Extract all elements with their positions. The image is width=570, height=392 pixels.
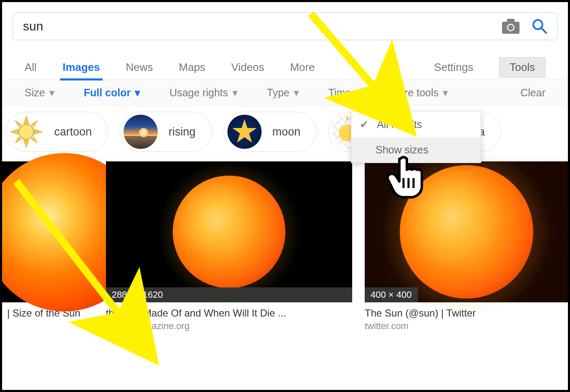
filter-time[interactable]: Time▾ [328, 87, 361, 99]
svg-marker-7 [232, 119, 257, 143]
search-tabs: All Images News Maps Videos More Setting… [2, 55, 568, 80]
tab-all[interactable]: All [25, 61, 37, 74]
result-card[interactable]: | Size of the Sun [1, 161, 93, 332]
chip-label: cartoon [54, 126, 92, 138]
result-title: the Sun Made Of and When Will It Die ... [106, 307, 352, 319]
svg-point-3 [508, 25, 514, 30]
chip-cartoon[interactable]: cartoon [5, 112, 108, 152]
search-bar [13, 13, 557, 40]
chevron-down-icon: ▾ [49, 87, 55, 99]
filter-clear[interactable]: Clear [520, 87, 545, 99]
svg-point-6 [19, 124, 34, 139]
chevron-down-icon: ▾ [232, 87, 238, 99]
image-results: | Size of the Sun 2880 × 1620 the Sun Ma… [2, 158, 568, 332]
search-icon[interactable] [531, 18, 548, 35]
filter-usage-rights[interactable]: Usage rights▾ [169, 87, 237, 99]
more-tools-all-results[interactable]: ✔ All results [351, 112, 481, 137]
chevron-down-icon: ▾ [135, 87, 140, 99]
result-size-label: 400 × 400 [365, 287, 418, 302]
camera-icon[interactable] [502, 19, 520, 34]
result-card[interactable]: 2880 × 1620 the Sun Made Of and When Wil… [106, 161, 352, 332]
chip-thumb [227, 115, 262, 149]
result-card[interactable]: 400 × 400 The Sun (@sun) | Twitter twitt… [365, 161, 568, 332]
result-thumbnail[interactable]: 400 × 400 [365, 161, 568, 302]
tab-images[interactable]: Images [63, 61, 100, 74]
result-thumbnail[interactable] [1, 161, 93, 302]
tab-news[interactable]: News [126, 61, 153, 74]
result-size-label: 2880 × 1620 [106, 287, 352, 302]
chevron-down-icon: ▾ [294, 87, 299, 99]
filter-size[interactable]: Size▾ [25, 87, 55, 99]
dropdown-item-label: All results [377, 118, 422, 131]
result-thumbnail[interactable]: 2880 × 1620 [106, 161, 352, 302]
chip-moon[interactable]: moon [224, 112, 317, 152]
chip-thumb [124, 115, 158, 149]
tab-more[interactable]: More [290, 61, 315, 74]
dropdown-item-label: Show sizes [376, 144, 428, 156]
chevron-down-icon: ▾ [443, 87, 448, 99]
chip-label: rising [169, 126, 196, 138]
settings-link[interactable]: Settings [434, 61, 473, 74]
filter-color[interactable]: Full color▾ [84, 87, 141, 99]
more-tools-dropdown: ✔ All results Show sizes [351, 111, 481, 163]
chip-thumb [9, 115, 43, 149]
result-domain: twitter.com [365, 321, 568, 332]
check-icon: ✔ [360, 118, 368, 131]
chip-label: moon [272, 126, 301, 138]
svg-line-5 [542, 28, 546, 33]
chip-rising[interactable]: rising [120, 112, 212, 152]
tab-videos[interactable]: Videos [231, 61, 264, 74]
search-input[interactable] [22, 19, 502, 34]
filter-more-tools[interactable]: More tools▾ [390, 87, 448, 99]
tools-button[interactable]: Tools [499, 57, 545, 78]
chevron-down-icon: ▾ [355, 87, 361, 99]
svg-rect-1 [507, 19, 515, 23]
more-tools-show-sizes[interactable]: Show sizes [351, 137, 481, 163]
filter-type[interactable]: Type▾ [267, 87, 299, 99]
result-domain: quantamagazine.org [106, 321, 352, 332]
tools-filter-bar: Size▾ Full color▾ Usage rights▾ Type▾ Ti… [2, 80, 568, 106]
tab-maps[interactable]: Maps [179, 61, 206, 74]
